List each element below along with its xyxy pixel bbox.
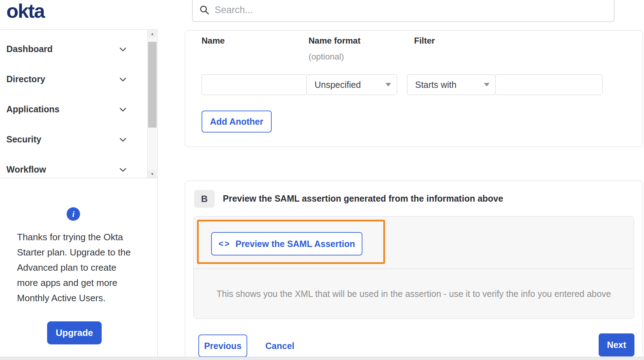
chevron-down-icon [118, 75, 128, 84]
cancel-link[interactable]: Cancel [265, 334, 294, 357]
filter-operator-select[interactable]: Starts with [407, 74, 496, 95]
preview-section-title: Preview the SAML assertion generated fro… [223, 193, 503, 204]
okta-logo: okta [6, 0, 44, 22]
chevron-down-icon [118, 165, 128, 174]
previous-button[interactable]: Previous [198, 334, 247, 357]
attribute-name-input[interactable] [202, 74, 307, 95]
dropdown-caret-icon [385, 83, 391, 86]
sidebar-item-label: Dashboard [6, 44, 118, 54]
name-format-optional-hint: (optional) [309, 52, 344, 62]
preview-description: This shows you the XML that will be used… [194, 269, 634, 319]
filter-operator-selected-value: Starts with [415, 80, 484, 90]
chevron-down-icon [118, 45, 128, 54]
code-icon: <> [219, 239, 231, 249]
scroll-up-arrow-icon[interactable]: ▲ [148, 30, 157, 38]
sidebar-item-label: Security [6, 134, 118, 145]
preview-button-area: <> Preview the SAML Assertion [194, 216, 634, 269]
sidebar-item-label: Applications [6, 104, 118, 114]
upgrade-button[interactable]: Upgrade [47, 321, 102, 344]
name-format-select[interactable]: Unspecified [306, 74, 397, 95]
chevron-down-icon [118, 135, 128, 144]
sidebar-item-workflow[interactable]: Workflow [0, 154, 157, 185]
search-input[interactable] [215, 5, 608, 16]
name-format-column-label: Name format [309, 36, 361, 46]
filter-value-input[interactable] [495, 74, 603, 95]
preview-button-label: Preview the SAML Assertion [236, 239, 355, 249]
info-icon: i [67, 207, 80, 221]
preview-saml-assertion-button[interactable]: <> Preview the SAML Assertion [211, 232, 362, 255]
global-search[interactable] [192, 0, 615, 22]
add-another-button[interactable]: Add Another [202, 111, 272, 133]
sidebar-divider [157, 29, 158, 360]
scrollbar-thumb[interactable] [148, 42, 157, 128]
name-column-label: Name [202, 36, 225, 46]
attribute-statements-card: Name Name format (optional) Filter Unspe… [185, 30, 643, 147]
step-b-badge: B [194, 190, 215, 208]
sidebar-item-applications[interactable]: Applications [0, 94, 157, 124]
filter-column-label: Filter [414, 36, 435, 46]
upgrade-message: Thanks for trying the Okta Starter plan.… [17, 230, 137, 306]
sidebar-item-directory[interactable]: Directory [0, 64, 157, 94]
saml-preview-card: B Preview the SAML assertion generated f… [185, 181, 643, 360]
name-format-selected-value: Unspecified [315, 80, 385, 90]
search-icon [199, 5, 210, 15]
sidebar-item-dashboard[interactable]: Dashboard [0, 34, 157, 64]
preview-panel: <> Preview the SAML Assertion This shows… [193, 216, 634, 319]
sidebar-item-label: Workflow [6, 164, 118, 175]
scroll-down-arrow-icon[interactable]: ▼ [148, 170, 157, 178]
dropdown-caret-icon [484, 83, 490, 86]
window-bottom-edge [0, 357, 644, 360]
next-button[interactable]: Next [599, 333, 634, 356]
sidebar: Dashboard Directory Applications Securit… [0, 29, 157, 178]
sidebar-scrollbar[interactable]: ▲ ▼ [147, 30, 157, 178]
chevron-down-icon [118, 105, 128, 114]
sidebar-item-security[interactable]: Security [0, 124, 157, 154]
sidebar-item-label: Directory [6, 74, 118, 84]
